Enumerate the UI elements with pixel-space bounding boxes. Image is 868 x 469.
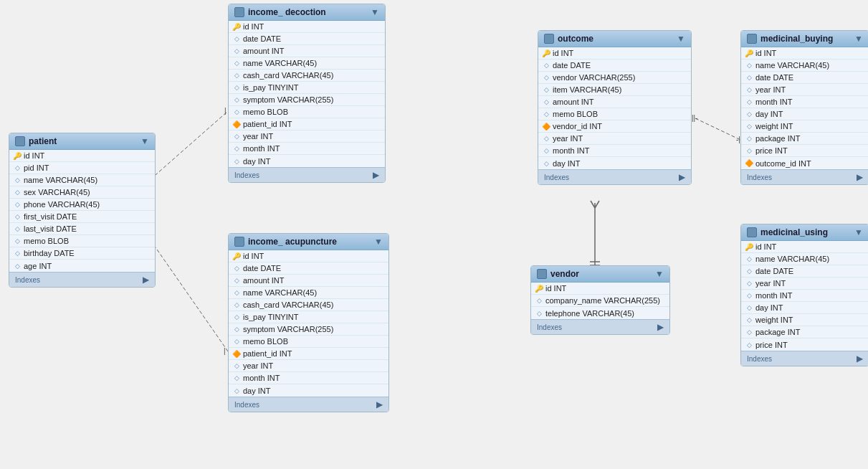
- svg-line-5: [695, 118, 740, 140]
- diamond-icon: ◇: [14, 176, 21, 184]
- medicinal-using-indexes: Indexes ▶: [741, 351, 868, 366]
- diamond-icon: ◇: [233, 301, 240, 308]
- pk-icon: 🔑: [535, 285, 543, 292]
- diamond-icon: ◇: [233, 313, 240, 321]
- medicinal-buying-icon: [747, 34, 757, 44]
- diamond-icon: ◇: [233, 84, 240, 91]
- income-decoction-title: income_ decoction: [248, 7, 326, 17]
- indexes-arrow[interactable]: ▶: [376, 399, 383, 409]
- table-row: ◇is_pay TINYINT: [229, 311, 388, 323]
- table-row: ◇month INT: [741, 96, 868, 108]
- income-acupuncture-header: income_ acupuncture ▼: [229, 234, 388, 250]
- diamond-icon: ◇: [745, 147, 753, 154]
- indexes-arrow[interactable]: ▶: [373, 170, 379, 180]
- indexes-arrow[interactable]: ▶: [679, 172, 685, 182]
- table-row: ◇day INT: [741, 108, 868, 120]
- table-row: ◇first_visit DATE: [9, 211, 155, 223]
- table-row: ◇amount INT: [229, 275, 388, 287]
- vendor-table: vendor ▼ 🔑id INT ◇company_name VARCHAR(2…: [530, 265, 670, 335]
- income-decoction-dropdown[interactable]: ▼: [371, 7, 379, 17]
- svg-line-10: [595, 201, 599, 208]
- table-row: ◇sex VARCHAR(45): [9, 186, 155, 199]
- income-acupuncture-dropdown[interactable]: ▼: [374, 237, 383, 247]
- table-row: 🔑id INT: [9, 150, 155, 162]
- income-acupuncture-body: 🔑id INT ◇date DATE ◇amount INT ◇name VAR…: [229, 250, 388, 397]
- table-row: ◇package INT: [741, 133, 868, 145]
- diamond-icon: ◇: [745, 280, 753, 287]
- indexes-arrow[interactable]: ▶: [857, 354, 863, 364]
- diamond-icon: ◇: [233, 374, 240, 382]
- canvas: | | | ||- -| patient ▼ 🔑id INT ◇pid INT …: [0, 0, 868, 469]
- vendor-body: 🔑id INT ◇company_name VARCHAR(255) ◇tele…: [531, 283, 669, 319]
- table-row: ◇day INT: [538, 157, 691, 169]
- indexes-arrow[interactable]: ▶: [657, 322, 664, 332]
- table-row: ◇telephone VARCHAR(45): [531, 307, 669, 319]
- medicinal-buying-body: 🔑id INT ◇name VARCHAR(45) ◇date DATE ◇ye…: [741, 47, 868, 169]
- pk-icon: 🔑: [745, 243, 753, 250]
- diamond-icon: ◇: [233, 387, 240, 394]
- table-row: ◇date DATE: [229, 33, 385, 45]
- outcome-title: outcome: [558, 34, 593, 44]
- medicinal-buying-title: medicinal_buying: [760, 34, 833, 44]
- table-row: ◇company_name VARCHAR(255): [531, 295, 669, 307]
- table-row: ◇symptom VARCHAR(255): [229, 323, 388, 336]
- table-row: ◇is_pay TINYINT: [229, 82, 385, 94]
- table-row: ◇date DATE: [229, 262, 388, 275]
- indexes-arrow[interactable]: ▶: [857, 172, 863, 182]
- table-row: 🔑id INT: [538, 47, 691, 60]
- table-row: ◇symptom VARCHAR(255): [229, 94, 385, 106]
- table-row: ◇cash_card VARCHAR(45): [229, 70, 385, 82]
- table-row: ◇name VARCHAR(45): [229, 57, 385, 70]
- pk-icon: 🔑: [233, 23, 240, 30]
- diamond-icon: ◇: [745, 292, 753, 299]
- patient-title: patient: [29, 136, 57, 146]
- diamond-icon: ◇: [745, 304, 753, 311]
- diamond-icon: ◇: [535, 297, 543, 304]
- medicinal-using-title: medicinal_using: [760, 227, 828, 237]
- diamond-icon: ◇: [543, 74, 550, 81]
- pk-icon: 🔑: [543, 49, 550, 57]
- patient-header: patient ▼: [9, 133, 155, 150]
- outcome-dropdown[interactable]: ▼: [677, 34, 685, 44]
- diamond-icon: ◇: [543, 147, 550, 154]
- income-decoction-header: income_ decoction ▼: [229, 4, 385, 21]
- table-row: ◇name VARCHAR(45): [229, 287, 388, 299]
- diamond-icon: ◇: [745, 341, 753, 349]
- income-decoction-icon: [234, 7, 244, 17]
- patient-dropdown-arrow[interactable]: ▼: [140, 136, 149, 146]
- table-row: ◇month INT: [229, 372, 388, 384]
- patient-table: patient ▼ 🔑id INT ◇pid INT ◇name VARCHAR…: [9, 133, 156, 288]
- table-row: ◇cash_card VARCHAR(45): [229, 299, 388, 311]
- diamond-icon: ◇: [14, 225, 21, 232]
- diamond-icon: ◇: [543, 135, 550, 142]
- vendor-title: vendor: [550, 269, 579, 279]
- patient-table-icon: [15, 136, 25, 146]
- svg-text:||-: ||-: [692, 114, 698, 122]
- diamond-icon: ◇: [745, 110, 753, 118]
- svg-line-0: [151, 111, 228, 179]
- table-row: ◇date DATE: [741, 72, 868, 84]
- table-row: 🔑id INT: [741, 47, 868, 60]
- table-row: 🔶patient_id INT: [229, 118, 385, 131]
- income-acupuncture-table: income_ acupuncture ▼ 🔑id INT ◇date DATE…: [228, 233, 389, 412]
- diamond-icon: ◇: [233, 96, 240, 103]
- diamond-icon: ◇: [233, 362, 240, 369]
- table-row: ◇amount INT: [538, 96, 691, 108]
- pk-icon: 🔑: [14, 152, 21, 159]
- table-row: ◇amount INT: [229, 45, 385, 57]
- medicinal-using-body: 🔑id INT ◇name VARCHAR(45) ◇date DATE ◇ye…: [741, 241, 868, 351]
- diamond-icon: ◇: [14, 164, 21, 171]
- table-row: ◇day INT: [229, 384, 388, 397]
- table-row: ◇name VARCHAR(45): [9, 174, 155, 186]
- table-row: 🔑id INT: [741, 241, 868, 253]
- medicinal-buying-dropdown[interactable]: ▼: [854, 34, 863, 44]
- diamond-icon: ◇: [14, 201, 21, 208]
- diamond-icon: ◇: [745, 74, 753, 81]
- table-row: ◇day INT: [229, 155, 385, 167]
- fk-icon: 🔶: [543, 123, 550, 130]
- indexes-arrow[interactable]: ▶: [143, 275, 149, 285]
- table-row: ◇date DATE: [741, 265, 868, 278]
- vendor-dropdown[interactable]: ▼: [655, 269, 664, 279]
- outcome-indexes: Indexes ▶: [538, 169, 691, 184]
- medicinal-using-dropdown[interactable]: ▼: [854, 227, 863, 237]
